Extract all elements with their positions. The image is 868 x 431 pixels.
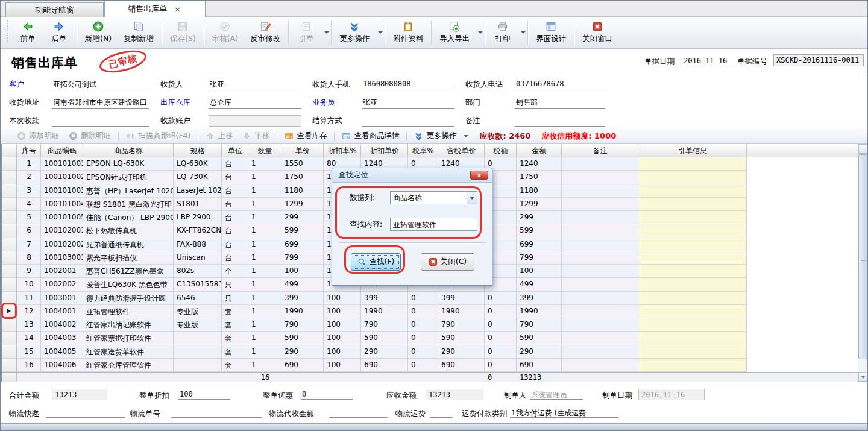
row-selector[interactable] [2, 345, 17, 359]
grid-cell[interactable]: 1 [248, 318, 281, 332]
row-selector[interactable] [2, 224, 17, 238]
form-field-物流单号[interactable] [171, 407, 262, 418]
grid-cell[interactable]: 16 [17, 359, 41, 372]
grid-cell[interactable] [638, 278, 747, 291]
column-header[interactable]: 含税单价 [438, 144, 485, 157]
grid-cell[interactable]: 100101005 [41, 211, 83, 224]
row-selector[interactable] [2, 292, 17, 305]
scroll-down-icon[interactable] [858, 372, 867, 382]
grid-cell[interactable]: 1003001 [41, 292, 83, 305]
row-selector[interactable] [2, 332, 17, 345]
grid-cell[interactable]: 12 [17, 305, 41, 318]
chevron-down-icon[interactable] [378, 31, 383, 34]
grid-cell[interactable]: 690 [361, 359, 408, 372]
grid-cell[interactable]: 红管家票据打印软件 [83, 332, 174, 345]
grid-cell[interactable]: 1750 [517, 171, 562, 184]
toolbar-button-printer[interactable]: 打印 [487, 19, 518, 46]
grid-cell[interactable]: 0 [408, 332, 438, 345]
form-field-收货人[interactable]: 张亚 [209, 78, 301, 90]
form-field-物流快递[interactable] [46, 407, 125, 418]
grid-cell[interactable]: 590 [281, 332, 324, 345]
grid-cell[interactable]: 1 [248, 238, 281, 251]
grid-cell[interactable]: LQ-630K [174, 157, 222, 171]
form-field-部门[interactable]: 销售部 [515, 96, 605, 109]
grid-cell[interactable]: 0 [408, 305, 438, 318]
tab-sales-outbound[interactable]: 销售出库单 × [104, 1, 206, 17]
grid-cell[interactable]: 红管家出纳记账软件 [83, 318, 174, 332]
form-field-制单人[interactable]: 系统管理员 [530, 389, 583, 400]
grid-cell[interactable]: 399 [361, 292, 408, 305]
grid-cell[interactable]: 590 [361, 332, 408, 345]
column-header[interactable]: 商品编码 [41, 144, 83, 157]
grid-cell[interactable]: LaserJet 1020 [174, 184, 222, 198]
grid-cell[interactable]: 100103001 [41, 251, 83, 265]
grid-cell[interactable] [638, 305, 747, 318]
grid-cell[interactable]: 1 [248, 198, 281, 211]
grid-cell[interactable]: 100 [324, 318, 361, 332]
grid-cell[interactable]: 802s [174, 265, 222, 278]
data-column-select[interactable]: 商品名称 [390, 191, 477, 204]
column-header[interactable]: 备注 [562, 144, 638, 157]
grid-cell[interactable]: 499 [517, 278, 562, 291]
grid-cell[interactable]: 1299 [281, 198, 324, 211]
grid-cell[interactable]: 0 [485, 305, 517, 318]
row-selector[interactable] [2, 251, 17, 265]
grid-cell[interactable]: 1004005 [41, 345, 83, 359]
grid-cell[interactable] [638, 211, 747, 224]
chevron-down-icon[interactable] [521, 31, 526, 34]
grid-cell[interactable] [638, 318, 747, 332]
grid-cell[interactable]: 套 [222, 305, 248, 318]
grid-cell[interactable]: 690 [438, 359, 485, 372]
grid-cell[interactable]: 100 [324, 332, 361, 345]
grid-cell[interactable]: 590 [517, 332, 562, 345]
toolbar-button-clipboard[interactable]: 附件资料 [387, 19, 429, 46]
grid-cell[interactable] [562, 278, 638, 291]
grid-cell[interactable]: 100101001 [41, 157, 83, 171]
grid-cell[interactable]: LBP 2900 [174, 211, 222, 224]
grid-cell[interactable]: 1004003 [41, 332, 83, 345]
grid-cell[interactable]: 699 [517, 238, 562, 251]
column-header[interactable]: 单价 [281, 144, 324, 157]
grid-cell[interactable]: 100102001 [41, 224, 83, 238]
column-header[interactable]: 序号 [17, 144, 41, 157]
grid-cell[interactable]: FAX-888 [174, 238, 222, 251]
grid-cell[interactable] [638, 238, 747, 251]
column-header[interactable]: 折扣率% [324, 144, 361, 157]
grid-cell[interactable]: 599 [281, 224, 324, 238]
toolbar-button-stock[interactable]: 查看库存 [280, 130, 332, 143]
column-header[interactable]: 引单信息 [638, 144, 747, 157]
grid-cell[interactable]: 1990 [438, 305, 485, 318]
grid-cell[interactable]: 专业版 [174, 318, 222, 332]
grid-cell[interactable]: 个 [222, 265, 248, 278]
grid-cell[interactable]: 590 [438, 332, 485, 345]
grid-cell[interactable]: 0 [485, 292, 517, 305]
grid-cell[interactable]: 100 [281, 265, 324, 278]
grid-cell[interactable] [174, 332, 222, 345]
grid-cell[interactable] [562, 345, 638, 359]
form-field-物流运费[interactable] [430, 407, 453, 418]
grid-cell[interactable]: 790 [361, 318, 408, 332]
form-field-收货人手机[interactable]: 18608080808 [362, 78, 454, 90]
grid-cell[interactable]: 100 [324, 345, 361, 359]
grid-cell[interactable]: 1 [248, 305, 281, 318]
form-field-收货人电话[interactable]: 03716678678 [515, 78, 605, 90]
search-content-input[interactable]: 亚拓管理软件 [390, 218, 477, 231]
grid-cell[interactable] [562, 305, 638, 318]
grid-cell[interactable] [638, 157, 747, 171]
row-selector[interactable] [2, 305, 17, 318]
grid-cell[interactable]: 兄弟普通纸传真机 [83, 238, 174, 251]
grid-cell[interactable]: 1004002 [41, 318, 83, 332]
grid-cell[interactable]: 1 [248, 278, 281, 291]
grid-cell[interactable]: 1990 [361, 305, 408, 318]
grid-cell[interactable]: 得力经典防滑握手设计圆 [83, 292, 174, 305]
form-field-本次收款[interactable] [52, 115, 149, 127]
column-header[interactable]: 规格 [174, 144, 222, 157]
grid-cell[interactable]: 6546 [174, 292, 222, 305]
grid-cell[interactable]: 1240 [517, 157, 562, 171]
grid-cell[interactable]: 0 [485, 318, 517, 332]
grid-cell[interactable] [638, 332, 747, 345]
grid-cell[interactable]: 15 [17, 345, 41, 359]
grid-cell[interactable] [562, 211, 638, 224]
column-header[interactable]: 单位 [222, 144, 248, 157]
toolbar-button-close-red[interactable]: 关闭窗口 [576, 19, 618, 46]
